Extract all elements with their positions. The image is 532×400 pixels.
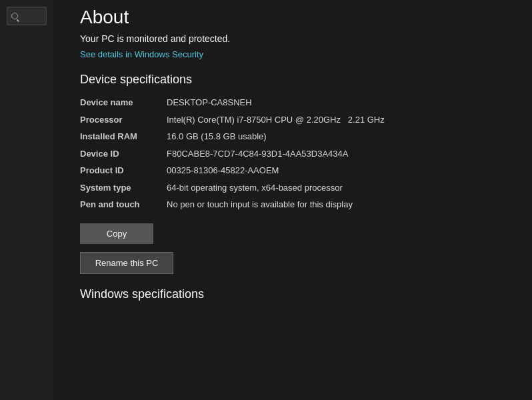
- action-buttons: Copy Rename this PC: [80, 223, 512, 274]
- table-row: Device ID F80CABE8-7CD7-4C84-93D1-4AA53D…: [80, 147, 512, 161]
- copy-button[interactable]: Copy: [80, 223, 153, 244]
- table-row: Pen and touch No pen or touch input is a…: [80, 198, 512, 211]
- search-icon: [11, 13, 18, 19]
- table-row: Installed RAM 16.0 GB (15.8 GB usable): [80, 130, 512, 143]
- security-link[interactable]: See details in Windows Security: [80, 49, 203, 59]
- security-status-text: Your PC is monitored and protected.: [80, 33, 512, 44]
- spec-value-pen-touch: No pen or touch input is available for t…: [167, 198, 512, 211]
- page-title: About: [80, 7, 512, 28]
- table-row: System type 64-bit operating system, x64…: [80, 181, 512, 195]
- table-row: Device name DESKTOP-CA8SNEH: [80, 96, 512, 109]
- spec-value-device-id: F80CABE8-7CD7-4C84-93D1-4AA53D3A434A: [167, 147, 512, 161]
- spec-value-processor: Intel(R) Core(TM) i7-8750H CPU @ 2.20GHz…: [167, 113, 512, 127]
- spec-value-installed-ram: 16.0 GB (15.8 GB usable): [167, 130, 512, 143]
- spec-label-installed-ram: Installed RAM: [80, 130, 167, 143]
- device-specs-table: Device name DESKTOP-CA8SNEH Processor In…: [80, 96, 512, 211]
- table-row: Product ID 00325-81306-45822-AAOEM: [80, 164, 512, 177]
- spec-label-system-type: System type: [80, 181, 167, 195]
- sidebar: [0, 0, 53, 400]
- spec-label-device-id: Device ID: [80, 147, 167, 161]
- spec-value-product-id: 00325-81306-45822-AAOEM: [167, 164, 512, 177]
- table-row: Processor Intel(R) Core(TM) i7-8750H CPU…: [80, 113, 512, 127]
- spec-label-processor: Processor: [80, 113, 167, 127]
- spec-value-device-name: DESKTOP-CA8SNEH: [167, 96, 512, 109]
- search-input[interactable]: [7, 7, 47, 25]
- windows-specs-title: Windows specifications: [80, 287, 512, 301]
- spec-label-pen-touch: Pen and touch: [80, 198, 167, 211]
- spec-label-device-name: Device name: [80, 96, 167, 109]
- rename-pc-button[interactable]: Rename this PC: [80, 252, 173, 274]
- main-content: About Your PC is monitored and protected…: [53, 0, 532, 400]
- device-specs-title: Device specifications: [80, 73, 512, 87]
- spec-label-product-id: Product ID: [80, 164, 167, 177]
- spec-value-system-type: 64-bit operating system, x64-based proce…: [167, 181, 512, 195]
